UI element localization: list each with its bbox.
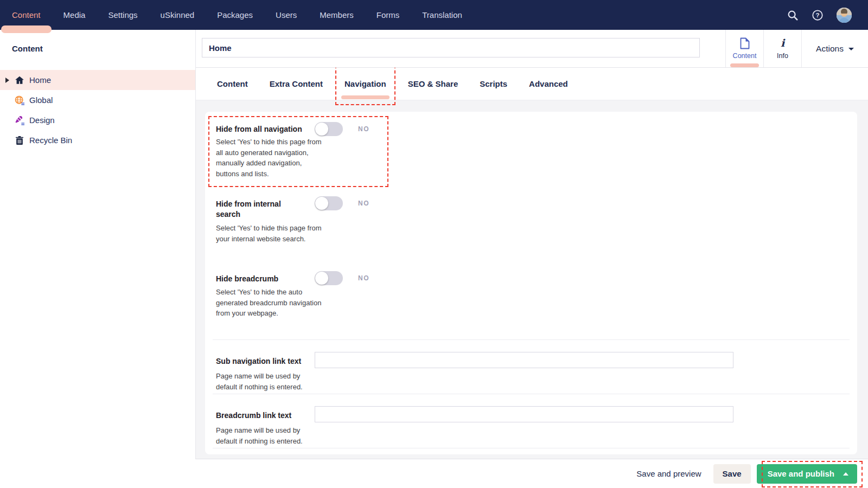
tree-item-design[interactable]: Design [0, 110, 195, 130]
tree-item-global[interactable]: Global [0, 90, 195, 110]
hide-breadcrumb-toggle[interactable] [315, 271, 343, 285]
editor-footer: Save and preview Save Save and publish [195, 459, 868, 488]
tab-extra-content[interactable]: Extra Content [270, 67, 323, 100]
field-description: Page name will be used by default if not… [216, 371, 322, 392]
expand-caret-icon[interactable] [5, 78, 9, 83]
topnav-item-members[interactable]: Members [312, 0, 361, 30]
content-tree-sidebar: Content Home Global [0, 30, 196, 488]
chevron-down-icon [848, 48, 854, 50]
toggle-knob [315, 272, 328, 285]
tree-item-home[interactable]: Home [0, 70, 195, 90]
active-view-tab-underline [730, 63, 759, 67]
view-tab-content[interactable]: Content [725, 30, 763, 67]
tab-content[interactable]: Content [217, 67, 248, 100]
actions-dropdown[interactable]: Actions [801, 30, 868, 67]
user-avatar[interactable] [837, 8, 852, 23]
chevron-up-icon[interactable] [843, 472, 848, 476]
sidebar-heading: Content [12, 44, 43, 53]
topnav-item-users[interactable]: Users [268, 0, 304, 30]
hide-from-internal-search-toggle[interactable] [315, 196, 343, 210]
globe-icon [14, 95, 25, 106]
tab-advanced[interactable]: Advanced [529, 67, 568, 100]
breadcrumb-link-text-input[interactable] [315, 406, 733, 422]
search-icon[interactable] [787, 9, 799, 21]
trash-icon [14, 135, 25, 146]
topnav-item-packages[interactable]: Packages [209, 0, 260, 30]
field-label: Sub navigation link text [216, 356, 314, 367]
field-divider [213, 339, 850, 340]
field-description: Page name will be used by default if not… [216, 425, 322, 446]
design-icon [14, 115, 25, 126]
help-icon[interactable]: ? [812, 9, 824, 21]
content-tree: Home Global [0, 70, 195, 150]
info-icon: i [781, 37, 784, 49]
navigation-settings-panel: Hide from all navigation NO Select 'Yes'… [205, 112, 857, 454]
save-and-preview-button[interactable]: Save and preview [636, 469, 701, 478]
view-tab-info[interactable]: i Info [763, 30, 801, 67]
toggle-state-label: NO [358, 274, 369, 282]
field-description: Select 'Yes' to hide this page from your… [216, 223, 322, 244]
hide-from-all-navigation-toggle[interactable] [315, 122, 343, 136]
tab-navigation[interactable]: Navigation [344, 67, 386, 100]
field-label: Hide breadcrumb [216, 274, 314, 284]
toggle-knob [315, 197, 328, 210]
topnav-right-icons: ? [787, 0, 868, 30]
topnav-item-uskinned[interactable]: uSkinned [153, 0, 202, 30]
topnav-item-label: Content [12, 10, 41, 20]
field-label: Breadcrumb link text [216, 410, 314, 421]
svg-text:?: ? [816, 12, 820, 18]
topnav-item-settings[interactable]: Settings [100, 0, 145, 30]
field-description: Select 'Yes' to hide the auto generated … [216, 287, 322, 319]
home-icon [14, 75, 25, 86]
content-tab-bar: Content Extra Content Navigation SEO & S… [195, 67, 868, 100]
top-navigation-bar: Content Media Settings uSkinned Packages… [0, 0, 868, 30]
tab-scripts[interactable]: Scripts [480, 67, 507, 100]
active-section-underline [1, 25, 52, 33]
topnav-item-forms[interactable]: Forms [369, 0, 407, 30]
sub-navigation-link-text-input[interactable] [315, 352, 733, 368]
field-divider [213, 448, 850, 448]
field-label: Hide from all navigation [216, 124, 314, 134]
toggle-knob [315, 123, 328, 136]
document-icon [740, 37, 750, 49]
field-label: Hide from internal search [216, 199, 286, 220]
toggle-state-label: NO [358, 200, 369, 207]
topnav-item-content[interactable]: Content [4, 0, 48, 30]
editor-header: Content i Info Actions [195, 30, 868, 68]
topnav-item-media[interactable]: Media [56, 0, 93, 30]
field-description: Select 'Yes' to hide this page from all … [216, 137, 322, 179]
field-divider [213, 394, 850, 394]
topnav-item-translation[interactable]: Translation [414, 0, 470, 30]
tab-seo-share[interactable]: SEO & Share [408, 67, 458, 100]
save-and-publish-button[interactable]: Save and publish [757, 464, 857, 484]
page-title-input[interactable] [202, 38, 700, 57]
save-button[interactable]: Save [713, 464, 751, 484]
toggle-state-label: NO [358, 125, 369, 133]
tree-item-recycle-bin[interactable]: Recycle Bin [0, 130, 195, 150]
